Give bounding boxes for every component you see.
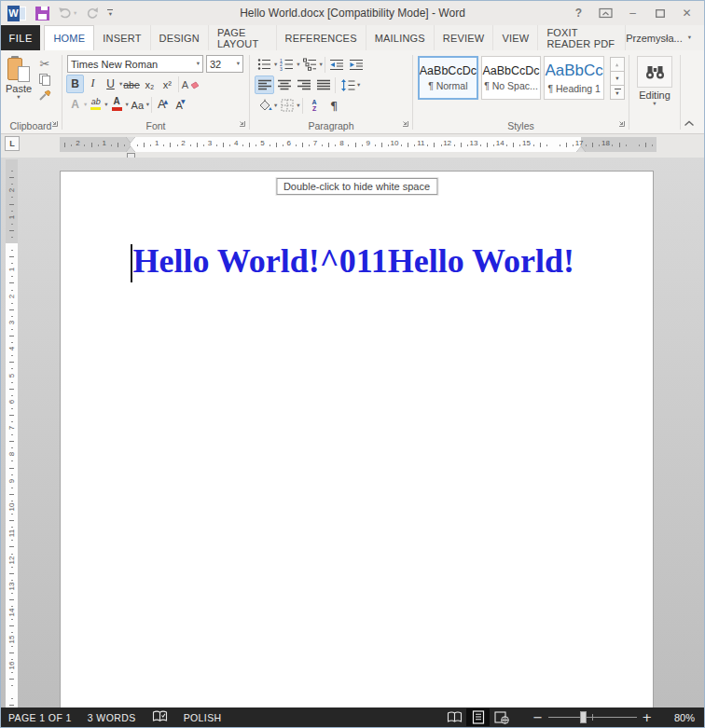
tab-design[interactable]: DESIGN [151,25,209,50]
clear-formatting-button[interactable]: A [181,75,200,93]
web-layout-view-icon[interactable] [490,708,513,726]
language-status[interactable]: POLISH [184,712,222,723]
align-right-button[interactable] [294,76,313,94]
bullets-button[interactable] [255,55,274,74]
tab-foxit-reader-pdf[interactable]: FOXIT READER PDF [538,25,626,50]
editing-caret-icon[interactable]: ▾ [653,101,656,107]
tab-mailings[interactable]: MAILINGS [366,25,435,50]
underline-button[interactable]: U [102,75,119,93]
cut-icon[interactable]: ✂ [40,57,50,71]
style-heading-1[interactable]: AaBbCc ¶ Heading 1 [544,56,604,100]
ribbon-display-options-icon[interactable] [592,3,619,23]
tab-references[interactable]: REFERENCES [277,25,366,50]
word-logo-icon[interactable]: W [7,6,27,21]
first-line-indent-marker[interactable] [126,137,135,143]
shrink-font-button[interactable]: A▼ [172,95,189,114]
numbering-button[interactable]: 123 [277,55,297,74]
font-size-caret-icon: ▾ [237,61,240,67]
horizontal-ruler[interactable]: 211234567891011121314151718 [60,137,657,152]
bold-button[interactable]: B [66,75,84,93]
ruler-bar: L 211234567891011121314151718 [1,134,704,158]
shading-button[interactable] [255,96,274,115]
font-color-button[interactable]: A [108,95,126,114]
find-binoculars-icon [645,65,665,79]
sort-button[interactable]: A Z [305,96,325,115]
highlight-color-button[interactable]: ab [87,95,104,114]
tab-view[interactable]: VIEW [493,25,538,50]
undo-caret-icon[interactable]: ▾ [74,10,76,17]
superscript-button[interactable]: x² [159,75,176,93]
tab-insert[interactable]: INSERT [94,25,150,50]
editing-button[interactable] [637,56,672,88]
save-icon[interactable] [35,7,49,21]
customize-qat-icon[interactable]: ▾ [107,9,113,18]
zoom-percentage[interactable]: 80% [663,712,695,723]
whitespace-tooltip: Double-click to hide white space [276,178,437,195]
undo-icon[interactable]: ▾ [58,7,76,20]
tab-home[interactable]: HOME [44,25,94,50]
strikethrough-button[interactable]: abe [122,75,141,93]
clipboard-group-label: Clipboard [10,120,52,131]
multilevel-caret-icon[interactable]: ▾ [320,62,323,68]
print-layout-view-icon[interactable] [466,708,490,726]
line-spacing-caret-icon[interactable]: ▾ [357,82,360,89]
tab-page-layout[interactable]: PAGE LAYOUT [209,25,277,50]
shrink-font-arrow-icon: ▼ [181,98,186,104]
clipboard-dialog-launcher-icon[interactable] [50,115,59,131]
align-left-button[interactable] [255,76,274,94]
grow-font-arrow-icon: ▲ [164,98,169,104]
text-effects-button[interactable]: A [66,95,84,114]
format-painter-icon[interactable] [38,89,51,105]
highlight-yellow-bar [90,107,101,111]
tab-review[interactable]: REVIEW [435,25,494,50]
tab-file[interactable]: FILE [1,25,40,50]
proofing-status-icon[interactable] [152,710,168,725]
read-mode-view-icon[interactable] [443,708,466,726]
vertical-ruler[interactable]: 2112345678910111213141516 [6,159,18,707]
document-text[interactable]: Hello World!^011Hello World! [133,242,575,281]
redo-icon[interactable] [85,7,99,20]
font-size-combo[interactable]: 32 ▾ [206,55,243,73]
multilevel-list-button[interactable] [300,55,320,74]
justify-button[interactable] [313,76,333,94]
decrease-indent-button[interactable] [327,55,347,74]
font-name-combo[interactable]: Times New Roman ▾ [67,55,203,73]
styles-scroll-up-icon[interactable]: ▾ [610,57,625,72]
line-spacing-button[interactable] [338,76,357,94]
tab-stop-selector[interactable]: L [5,136,20,151]
user-account-menu[interactable]: Przemysła... ▾ [626,25,704,50]
subscript-button[interactable]: x₂ [141,75,159,93]
style-no-spacing[interactable]: AaBbCcDc ¶ No Spac... [481,56,542,100]
styles-scroll-down-icon[interactable]: ▾ [610,71,625,86]
styles-more-icon[interactable]: ▾ [610,85,625,100]
paragraph-dialog-launcher-icon[interactable] [401,115,409,131]
copy-icon[interactable] [39,74,50,86]
style-normal[interactable]: AaBbCcDc ¶ Normal [418,56,478,100]
hanging-indent-marker[interactable] [126,146,135,152]
change-case-button[interactable]: Aa [129,95,146,114]
borders-caret-icon[interactable]: ▾ [297,103,299,109]
page-count-status[interactable]: PAGE 1 OF 1 [8,712,72,723]
paste-button[interactable]: Paste ▾ [3,54,35,105]
document-page[interactable]: Double-click to hide white space Hello W… [60,171,654,707]
help-icon[interactable]: ? [565,3,592,23]
close-icon[interactable]: ✕ [673,3,700,23]
zoom-slider-thumb[interactable] [580,711,587,723]
italic-button[interactable]: I [84,75,102,93]
zoom-slider-track[interactable] [548,717,637,718]
maximize-icon[interactable] [646,3,673,23]
styles-dialog-launcher-icon[interactable] [617,115,626,131]
minimize-icon[interactable]: – [619,3,646,23]
change-case-caret-icon[interactable]: ▾ [146,102,149,108]
borders-button[interactable] [277,96,297,115]
zoom-in-icon[interactable]: + [639,710,656,724]
collapse-ribbon-icon[interactable] [684,114,695,130]
word-count-status[interactable]: 3 WORDS [88,712,136,723]
zoom-out-icon[interactable]: − [530,710,546,724]
increase-indent-button[interactable] [347,55,366,74]
editing-group: Editing ▾ [630,53,679,133]
show-marks-pilcrow-button[interactable]: ¶ [325,96,344,115]
align-center-button[interactable] [274,76,294,94]
grow-font-button[interactable]: A▲ [154,95,172,114]
font-dialog-launcher-icon[interactable] [238,115,246,131]
